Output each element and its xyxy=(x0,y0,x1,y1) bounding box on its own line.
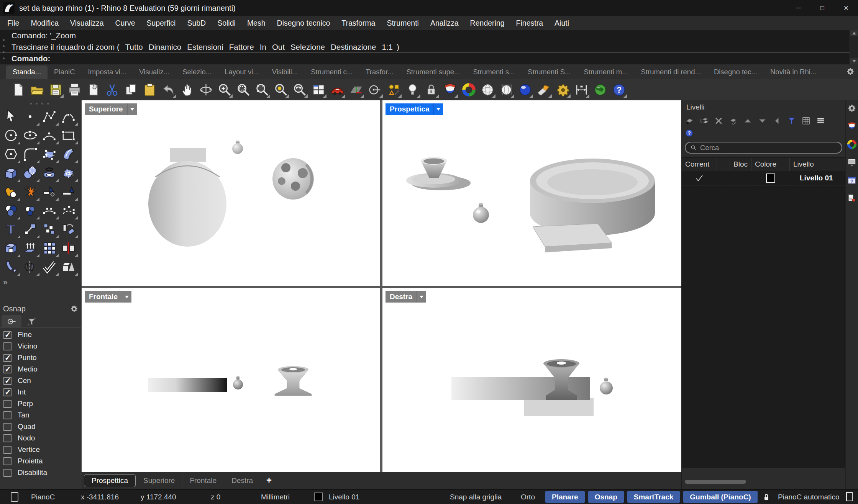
tool-button[interactable] xyxy=(1,239,20,257)
toolbar-tab[interactable]: Trasfor... xyxy=(359,65,400,79)
viewport-tab[interactable]: Frontale xyxy=(182,474,224,487)
funnel-blue-icon[interactable] xyxy=(787,116,796,126)
checkbox[interactable] xyxy=(3,400,11,408)
toolbar-button[interactable] xyxy=(66,81,82,98)
tool-button[interactable] xyxy=(39,126,59,145)
viewport-tab[interactable]: Prospettica xyxy=(84,474,136,487)
layer-sub-icon[interactable] xyxy=(699,116,709,126)
toolbar-button[interactable] xyxy=(442,81,458,98)
shield-icon[interactable] xyxy=(847,121,857,131)
toolbar-tab[interactable]: PianiC xyxy=(48,65,82,79)
status-grid-snap[interactable]: Snap alla griglia xyxy=(450,489,502,504)
tool-button[interactable] xyxy=(59,107,78,126)
viewport-title[interactable]: Destra xyxy=(386,291,417,303)
tool-button[interactable] xyxy=(1,107,20,126)
tool-button[interactable] xyxy=(20,182,39,201)
toolbar-button[interactable] xyxy=(217,81,233,98)
menu-item[interactable]: Aiuti xyxy=(549,16,575,30)
status-filter[interactable]: PianoC automatico xyxy=(778,489,845,504)
tri-down-icon[interactable] xyxy=(758,116,767,126)
osnap-option[interactable]: Medio xyxy=(0,363,82,375)
menu-item[interactable]: Disegno tecnico xyxy=(271,16,336,30)
help-window-icon[interactable]: ? xyxy=(847,175,857,185)
toolbar-button[interactable] xyxy=(254,81,270,98)
toolbar-tab[interactable]: Standa... xyxy=(6,65,48,79)
menu-item[interactable]: Superfici xyxy=(141,16,182,30)
checkbox[interactable] xyxy=(3,354,11,362)
tool-button[interactable] xyxy=(39,220,59,239)
toolbar-button[interactable] xyxy=(10,81,26,98)
command-option[interactable]: Out xyxy=(272,43,285,51)
maximize-button[interactable]: □ xyxy=(810,0,834,16)
toolbar-tab[interactable]: Imposta vi... xyxy=(82,65,133,79)
menu-item[interactable]: File xyxy=(2,16,25,30)
menu-item[interactable]: SubD xyxy=(181,16,212,30)
tri-left-icon[interactable] xyxy=(772,116,782,126)
command-option[interactable]: Estensioni xyxy=(187,43,223,51)
viewport-title[interactable]: Prospettica xyxy=(386,103,433,115)
toolbar-button[interactable] xyxy=(555,81,571,98)
menu-item[interactable]: Rendering xyxy=(464,16,510,30)
menu-item[interactable]: Trasforma xyxy=(336,16,381,30)
cplane-indicator-icon[interactable] xyxy=(11,492,18,502)
osnap-option[interactable]: Fine xyxy=(0,329,82,340)
toolbar-button[interactable] xyxy=(404,81,420,98)
command-input[interactable]: Comando: xyxy=(0,53,858,64)
command-option[interactable]: Fattore xyxy=(229,43,254,51)
tool-button[interactable]: T xyxy=(1,220,20,239)
command-option[interactable]: Destinazione xyxy=(331,43,376,51)
tool-button[interactable] xyxy=(1,164,20,182)
viewport-prospettica[interactable]: Prospettica xyxy=(382,100,681,286)
toolbar-button[interactable] xyxy=(573,81,589,98)
layers-column-header[interactable]: Corrent xyxy=(682,158,717,171)
toolbar-button[interactable] xyxy=(141,81,157,98)
tool-button[interactable] xyxy=(59,201,78,220)
tool-button[interactable] xyxy=(39,145,59,164)
toolbar-button[interactable] xyxy=(386,81,402,98)
layers-column-header[interactable]: Colore xyxy=(751,158,790,171)
checkbox[interactable] xyxy=(3,469,11,477)
toolbar-button[interactable] xyxy=(367,81,383,98)
tool-button[interactable] xyxy=(20,239,39,257)
tool-button[interactable] xyxy=(1,201,20,220)
viewport-title[interactable]: Superiore xyxy=(85,103,127,115)
toolbar-tab[interactable]: Strumenti c... xyxy=(304,65,359,79)
checkbox[interactable] xyxy=(3,388,11,396)
palette-expander[interactable]: » xyxy=(3,277,8,286)
checkbox[interactable] xyxy=(3,377,11,385)
notes-icon[interactable] xyxy=(847,193,857,203)
grid-table-icon[interactable] xyxy=(801,116,811,126)
toolbar-button[interactable] xyxy=(498,81,514,98)
status-cplane[interactable]: PianoC xyxy=(31,489,55,504)
tool-button[interactable] xyxy=(59,126,78,145)
menu-item[interactable]: Modifica xyxy=(25,16,64,30)
viewport-menu-arrow[interactable] xyxy=(127,103,137,115)
checkbox[interactable] xyxy=(3,365,11,373)
help-icon[interactable]: ? xyxy=(685,129,694,137)
osnap-option[interactable]: Tan xyxy=(0,409,82,421)
menu-item[interactable]: Mesh xyxy=(241,16,271,30)
tool-button[interactable] xyxy=(20,164,39,182)
checkbox[interactable] xyxy=(3,446,11,454)
layer-color-cell[interactable] xyxy=(751,173,790,183)
command-option[interactable]: In xyxy=(260,43,266,51)
gear-icon[interactable] xyxy=(846,67,855,76)
toolbar-button[interactable] xyxy=(310,81,326,98)
tool-button[interactable] xyxy=(59,239,78,257)
tool-button[interactable] xyxy=(39,257,59,276)
toolbar-button[interactable] xyxy=(461,81,477,98)
status-toggle-button[interactable]: SmartTrack xyxy=(627,491,680,503)
tool-button[interactable] xyxy=(20,126,39,145)
tool-button[interactable] xyxy=(39,201,59,220)
layer-color-swatch[interactable] xyxy=(766,173,775,183)
layer-new-icon[interactable] xyxy=(685,116,694,126)
status-ortho[interactable]: Orto xyxy=(521,489,535,504)
tool-button[interactable] xyxy=(39,182,59,201)
tool-button[interactable] xyxy=(39,239,59,257)
menu-item[interactable]: Curve xyxy=(109,16,141,30)
monitor-icon[interactable] xyxy=(847,157,857,167)
osnap-option[interactable]: Vicino xyxy=(0,340,82,352)
toolbar-tab[interactable]: Novità in Rhi... xyxy=(764,65,823,79)
toolbar-tab[interactable]: Layout vi... xyxy=(218,65,265,79)
add-viewport-tab-button[interactable]: + xyxy=(260,475,278,486)
